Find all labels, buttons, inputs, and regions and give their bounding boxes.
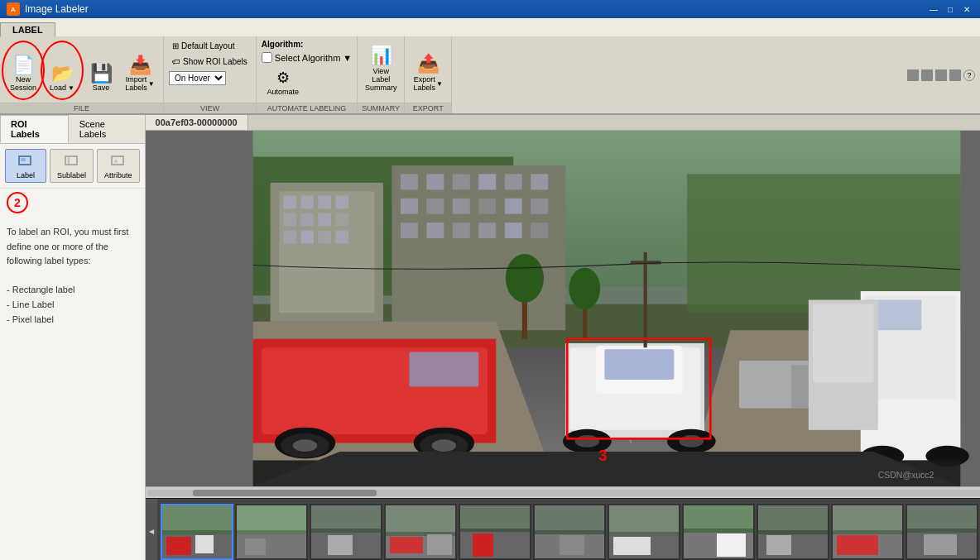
save-button[interactable]: 💾 Save xyxy=(83,44,119,95)
svg-text:3: 3 xyxy=(598,447,608,464)
app-title: Image Labeler xyxy=(25,3,89,15)
svg-rect-22 xyxy=(300,231,314,244)
svg-rect-103 xyxy=(427,534,452,555)
new-session-button[interactable]: 📄 NewSession xyxy=(5,44,41,95)
street-scene-svg: 3 CSDN@xucc2 xyxy=(146,131,980,486)
automate-section-label: AUTOMATE LABELING xyxy=(257,103,357,113)
svg-rect-107 xyxy=(473,534,493,557)
scene-labels-tab[interactable]: Scene Labels xyxy=(69,115,145,143)
svg-rect-123 xyxy=(766,535,791,555)
on-hover-select[interactable]: On Hover Always xyxy=(169,71,226,85)
toolbar-icon-1[interactable] xyxy=(907,69,919,81)
thumbnail-8[interactable] xyxy=(757,504,829,560)
panel-info: To label an ROI, you must first define o… xyxy=(0,217,145,335)
new-session-label: NewSession xyxy=(10,76,36,93)
thumbnail-10[interactable] xyxy=(906,504,978,560)
help-icon[interactable]: ? xyxy=(963,69,975,81)
thumbnail-scroll-area xyxy=(157,500,980,561)
load-button[interactable]: 📂 Load ▼ xyxy=(44,44,80,95)
svg-rect-29 xyxy=(478,174,496,189)
thumbnail-7[interactable] xyxy=(682,504,755,560)
save-icon: 💾 xyxy=(90,65,113,83)
attribute-tool-button[interactable]: A Attribute xyxy=(97,149,140,183)
svg-rect-37 xyxy=(531,199,548,214)
svg-rect-34 xyxy=(452,199,469,214)
sublabel-tool-label: Sublabel xyxy=(57,171,86,179)
title-bar-left: A Image Labeler xyxy=(7,2,89,16)
svg-rect-43 xyxy=(531,223,548,238)
image-viewer[interactable]: 3 CSDN@xucc2 xyxy=(146,131,980,486)
thumbnail-9[interactable] xyxy=(831,504,904,560)
thumbnail-1[interactable] xyxy=(235,504,308,560)
svg-rect-125 xyxy=(833,505,904,530)
select-algorithm-row: Select Algorithm ▼ xyxy=(262,52,352,63)
show-roi-labels-button[interactable]: 🏷 Show ROI Labels xyxy=(169,55,251,68)
svg-rect-79 xyxy=(643,252,646,347)
export-label: ExportLabels xyxy=(413,76,435,93)
thumbnail-2[interactable] xyxy=(310,504,382,560)
title-bar: A Image Labeler — □ ✕ xyxy=(0,0,980,18)
select-algorithm-checkbox[interactable] xyxy=(262,52,272,63)
title-bar-controls[interactable]: — □ ✕ xyxy=(927,3,973,15)
svg-text:CSDN@xucc2: CSDN@xucc2 xyxy=(877,471,934,480)
import-label: ImportLabels xyxy=(125,76,147,93)
svg-rect-19 xyxy=(318,213,331,227)
automate-icon: ⚙ xyxy=(276,69,290,87)
svg-point-49 xyxy=(505,254,543,303)
toolbar-icon-4[interactable] xyxy=(949,69,961,81)
default-layout-label: Default Layout xyxy=(181,41,235,50)
svg-rect-40 xyxy=(452,223,469,238)
svg-rect-115 xyxy=(613,537,651,555)
save-label: Save xyxy=(93,84,110,93)
center-area: 00a7ef03-00000000 xyxy=(146,115,980,560)
export-labels-button[interactable]: 📤 ExportLabels ▼ xyxy=(410,44,446,95)
svg-marker-106 xyxy=(460,532,531,560)
minimize-button[interactable]: — xyxy=(927,3,940,15)
svg-rect-23 xyxy=(318,231,331,244)
scrollbar-track[interactable] xyxy=(147,490,980,496)
view-section-label: VIEW xyxy=(164,103,256,113)
toolbar-icon-2[interactable] xyxy=(921,69,933,81)
svg-rect-54 xyxy=(409,352,478,386)
view-label-summary-button[interactable]: 📊 View LabelSummary xyxy=(363,44,399,95)
sublabel-tool-button[interactable]: Sublabel xyxy=(50,149,94,183)
svg-rect-36 xyxy=(504,199,521,214)
thumbnail-4[interactable] xyxy=(459,504,531,560)
thumb-scroll-left[interactable]: ◀ xyxy=(146,499,157,561)
svg-rect-32 xyxy=(400,199,417,214)
thumbnail-0[interactable] xyxy=(161,504,233,560)
svg-rect-105 xyxy=(460,505,531,529)
ribbon-section-view: ⊞ Default Layout 🏷 Show ROI Labels On Ho… xyxy=(164,36,257,113)
svg-rect-30 xyxy=(504,174,521,189)
maximize-button[interactable]: □ xyxy=(944,3,957,15)
svg-rect-25 xyxy=(392,165,565,330)
image-tab-bar: 00a7ef03-00000000 xyxy=(146,115,980,131)
thumbnail-6[interactable] xyxy=(608,504,680,560)
image-tab[interactable]: 00a7ef03-00000000 xyxy=(146,115,248,130)
svg-point-66 xyxy=(574,435,598,448)
thumbnail-3[interactable] xyxy=(384,504,457,560)
close-button[interactable]: ✕ xyxy=(960,3,973,15)
svg-rect-127 xyxy=(837,535,878,555)
scrollbar-thumb[interactable] xyxy=(193,490,377,496)
import-labels-button[interactable]: 📥 ImportLabels ▼ xyxy=(122,44,158,95)
horizontal-scrollbar[interactable] xyxy=(146,486,980,498)
svg-rect-1 xyxy=(21,158,26,161)
toolbar-icon-3[interactable] xyxy=(935,69,947,81)
default-layout-button[interactable]: ⊞ Default Layout xyxy=(169,40,238,52)
panel-tab-bar: ROI Labels Scene Labels xyxy=(0,115,145,144)
svg-point-60 xyxy=(431,439,455,452)
summary-label: View LabelSummary xyxy=(365,68,397,93)
label-tool-button[interactable]: Label xyxy=(5,149,46,183)
roi-labels-tab[interactable]: ROI Labels xyxy=(0,115,69,143)
ribbon-section-file: 📄 NewSession 📂 Load ▼ xyxy=(0,36,164,113)
svg-rect-38 xyxy=(400,223,417,238)
tab-label[interactable]: LABEL xyxy=(0,22,55,37)
roi-icon: 🏷 xyxy=(172,57,180,66)
algorithm-label: Algorithm: xyxy=(262,40,304,49)
automate-button[interactable]: ⚙ Automate xyxy=(262,66,305,99)
label-type-pixel: - Pixel label xyxy=(7,313,138,328)
ribbon-tab-bar: LABEL xyxy=(0,18,980,36)
thumbnail-5[interactable] xyxy=(533,504,606,560)
svg-rect-94 xyxy=(245,538,266,555)
